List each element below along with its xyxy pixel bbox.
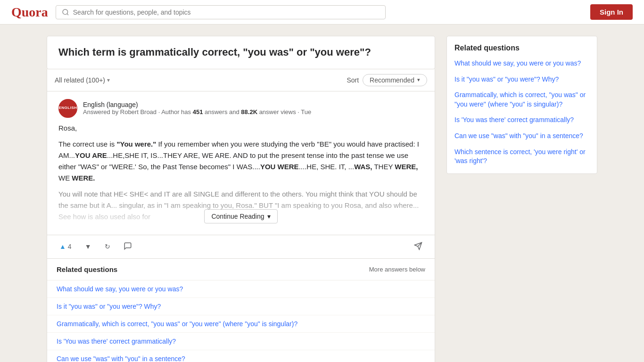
sidebar-link-5[interactable]: Can we use "was" with "you" in a sentenc…	[454, 132, 589, 141]
sort-dropdown[interactable]: Recommended ▾	[363, 74, 427, 86]
answers-count: 451	[193, 108, 203, 115]
answer-body: Rosa, The correct use is "You were." If …	[58, 123, 423, 227]
search-icon	[62, 8, 69, 16]
sidebar-link-3[interactable]: Grammatically, which is correct, "you wa…	[454, 90, 589, 109]
comment-icon	[124, 242, 132, 252]
author-info: English (language) Answered by Robert Br…	[83, 101, 423, 115]
body-p1-bold3: YOU WERE	[260, 163, 299, 171]
downvote-button[interactable]: ▼	[82, 241, 94, 252]
body-p1-post5: WE	[58, 174, 72, 182]
quora-logo[interactable]: Quora	[11, 5, 48, 20]
downvote-icon: ▼	[85, 243, 91, 250]
body-p1-bold: "You were."	[116, 140, 156, 148]
related-inline-link-5[interactable]: Can we use "was" with "you" in a sentenc…	[47, 350, 435, 362]
search-input[interactable]	[73, 8, 380, 16]
svg-line-1	[67, 14, 68, 15]
answer-card: ENGLISH English (language) Answered by R…	[47, 91, 435, 235]
action-row: ▲ 4 ▼ ↻	[47, 235, 435, 259]
upvote-button[interactable]: ▲ 4	[57, 241, 74, 252]
author-row: ENGLISH English (language) Answered by R…	[58, 99, 423, 118]
sidebar-title: Related questions	[454, 44, 589, 52]
meta-mid: answers and	[203, 108, 241, 115]
salutation: Rosa,	[58, 123, 423, 134]
comment-button[interactable]	[121, 240, 135, 254]
related-inline-link-2[interactable]: Is it "you was" or "you were"? Why?	[47, 298, 435, 315]
sign-in-button[interactable]: Sign In	[590, 4, 633, 20]
related-inline-link-3[interactable]: Grammatically, which is correct, "you wa…	[47, 315, 435, 333]
continue-reading-label: Continue Reading	[211, 213, 264, 220]
more-answers-below: More answers below	[369, 266, 425, 273]
main-layout: Which term is grammatically correct, "yo…	[39, 25, 605, 362]
header-right: Sign In	[590, 4, 633, 20]
upvote-count: 4	[68, 243, 72, 250]
share-icon	[414, 244, 422, 252]
sort-label: Sort	[347, 76, 359, 84]
sidebar: Related questions What should we say, yo…	[446, 36, 597, 174]
body-p1-bold5: WERE,	[395, 163, 418, 171]
body-p1-pre: The correct use is	[58, 140, 116, 148]
related-inline-link-1[interactable]: What should we say, you were or you was?	[47, 280, 435, 298]
body-p1-post4: THEY	[372, 163, 395, 171]
body-p1-bold4: WAS,	[354, 163, 372, 171]
header: Quora Sign In	[0, 0, 644, 25]
continue-reading-chevron-icon: ▾	[267, 213, 271, 220]
sort-area: Sort Recommended ▾	[347, 74, 427, 86]
body-p1-bold2: YOU ARE	[75, 151, 107, 159]
body-p1-post3: ....HE, SHE. IT, ...	[299, 163, 355, 171]
sidebar-link-4[interactable]: Is 'You was there' correct grammatically…	[454, 115, 589, 125]
sort-chevron-icon: ▾	[417, 77, 420, 83]
related-inline-card: Related questions More answers below Wha…	[47, 259, 435, 362]
continue-reading-button[interactable]: Continue Reading ▾	[204, 209, 277, 223]
meta-end: answer views · Tue	[257, 108, 311, 115]
reshare-icon: ↻	[105, 243, 110, 250]
body-p1-bold6: WERE.	[72, 174, 95, 182]
all-related-filter[interactable]: All related (100+) ▾	[55, 76, 110, 84]
search-bar[interactable]	[56, 5, 386, 19]
meta-intro: Answered by Robert Broad · Author has	[83, 108, 193, 115]
sidebar-link-1[interactable]: What should we say, you were or you was?	[454, 59, 589, 68]
related-inline-link-4[interactable]: Is 'You was there' correct grammatically…	[47, 333, 435, 350]
question-title: Which term is grammatically correct, "yo…	[58, 46, 423, 59]
sidebar-link-6[interactable]: Which sentence is correct, 'you were rig…	[454, 148, 589, 166]
share-button[interactable]	[411, 240, 425, 254]
views-count: 88.2K	[241, 108, 257, 115]
sort-value: Recommended	[370, 76, 414, 84]
upvote-icon: ▲	[59, 243, 66, 250]
reshare-button[interactable]: ↻	[102, 241, 113, 252]
sidebar-link-2[interactable]: Is it "you was" or "you were"? Why?	[454, 75, 589, 84]
overlay-area: You will note that HE< SHE< and IT are a…	[58, 189, 423, 227]
filter-bar: All related (100+) ▾ Sort Recommended ▾	[47, 69, 435, 91]
filter-chevron-icon: ▾	[107, 77, 110, 83]
author-topic: English (language)	[83, 101, 423, 108]
body-paragraph-1: The correct use is "You were." If you re…	[58, 139, 423, 184]
svg-point-0	[63, 9, 68, 15]
question-card: Which term is grammatically correct, "yo…	[47, 36, 435, 69]
author-meta: Answered by Robert Broad · Author has 45…	[83, 108, 423, 115]
related-inline-title: Related questions	[57, 265, 117, 273]
content-area: Which term is grammatically correct, "yo…	[47, 36, 435, 362]
avatar: ENGLISH	[58, 99, 77, 118]
related-inline-header: Related questions More answers below	[47, 259, 435, 280]
continue-reading-overlay: Continue Reading ▾	[58, 199, 423, 227]
sidebar-card: Related questions What should we say, yo…	[446, 36, 597, 174]
all-related-label: All related (100+)	[55, 76, 105, 84]
